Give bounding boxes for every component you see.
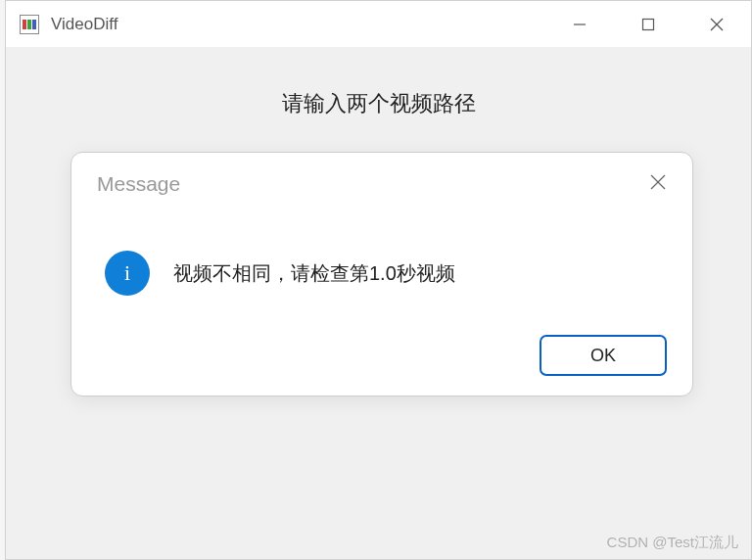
- minimize-icon: [573, 18, 587, 31]
- page-heading: 请输入两个视频路径: [6, 89, 751, 118]
- dialog-close-button[interactable]: [649, 173, 667, 195]
- titlebar: VideoDiff: [6, 1, 751, 48]
- ok-button[interactable]: OK: [540, 335, 667, 376]
- window-controls: [545, 1, 751, 47]
- close-button[interactable]: [682, 1, 751, 47]
- svg-rect-1: [643, 19, 654, 29]
- minimize-button[interactable]: [545, 1, 614, 47]
- dialog-header: Message: [97, 172, 667, 196]
- maximize-icon: [641, 18, 655, 31]
- info-icon: i: [105, 251, 150, 296]
- dialog-body: i 视频不相同，请检查第1.0秒视频: [97, 219, 667, 327]
- close-icon: [710, 18, 724, 31]
- dialog-message: 视频不相同，请检查第1.0秒视频: [173, 260, 455, 287]
- watermark: CSDN @Test江流儿: [607, 534, 738, 552]
- message-dialog: Message i 视频不相同，请检查第1.0秒视频 OK: [70, 152, 693, 397]
- app-icon: [20, 15, 39, 34]
- window-title: VideoDiff: [51, 15, 545, 34]
- maximize-button[interactable]: [614, 1, 682, 47]
- close-icon: [649, 173, 667, 191]
- dialog-title: Message: [97, 172, 180, 196]
- dialog-footer: OK: [97, 327, 667, 376]
